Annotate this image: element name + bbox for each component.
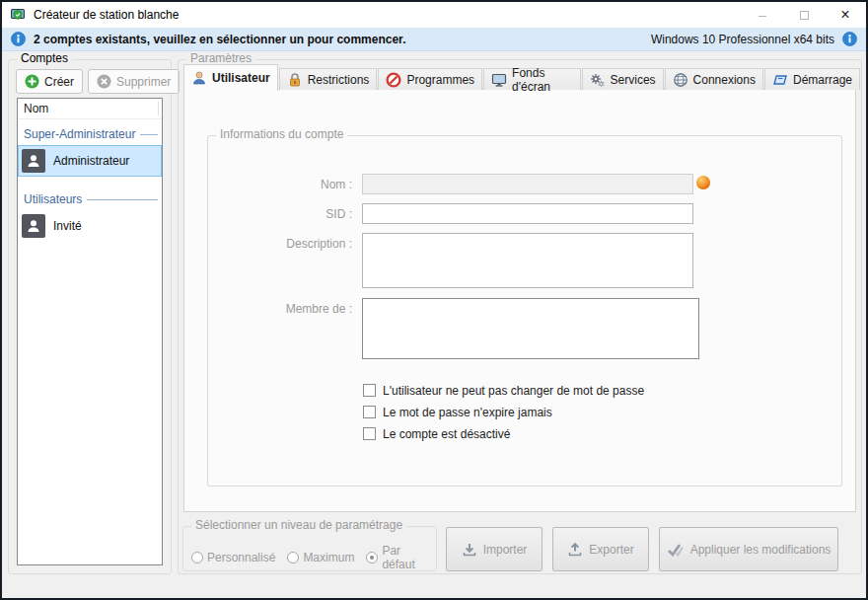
list-item-administrateur[interactable]: Administrateur — [19, 146, 161, 176]
window-title: Créateur de station blanche — [34, 8, 179, 22]
radio-maximum[interactable]: Maximum — [287, 551, 354, 564]
export-button[interactable]: Exporter — [552, 527, 649, 571]
list-column-header[interactable]: Nom — [18, 99, 162, 119]
tab-page-utilisateur: Informations du compte Nom : SID : Descr… — [183, 89, 856, 512]
description-textarea[interactable] — [362, 233, 693, 288]
app-window: Créateur de station blanche – × 2 compte… — [0, 0, 868, 600]
tab-label: Connexions — [693, 73, 756, 87]
import-button[interactable]: Importer — [446, 527, 542, 571]
radio-icon — [191, 552, 203, 563]
password-never-expires-label: Le mot de passe n'expire jamais — [383, 406, 552, 419]
tab-restrictions[interactable]: Restrictions — [279, 68, 378, 90]
maximize-icon — [800, 11, 809, 20]
required-ball-icon — [696, 176, 710, 189]
minimize-button[interactable]: – — [742, 2, 783, 28]
account-disabled-checkbox[interactable] — [363, 427, 376, 440]
radio-personnalise[interactable]: Personnalisé — [191, 551, 275, 564]
close-button[interactable]: × — [825, 2, 866, 28]
group-divider-line — [87, 199, 158, 200]
sid-input[interactable] — [362, 203, 693, 224]
tab-label: Utilisateur — [212, 71, 270, 85]
name-input[interactable] — [362, 174, 693, 194]
radio-label: Maximum — [303, 551, 354, 564]
description-label: Description : — [208, 237, 352, 251]
list-group-utilisateurs: Utilisateurs — [18, 185, 162, 209]
gears-icon — [590, 72, 606, 88]
monitor-icon — [491, 72, 507, 88]
accounts-list[interactable]: Nom Super-Administrateur Administrateur … — [17, 98, 163, 565]
name-label: Nom : — [208, 178, 352, 191]
globe-icon — [673, 72, 688, 88]
export-icon — [567, 542, 583, 558]
group-label: Utilisateurs — [24, 192, 82, 206]
list-group-super-administrateur: Super-Administrateur — [18, 119, 162, 144]
user-icon — [191, 70, 207, 86]
accounts-toolbar: Créer Supprimer — [16, 69, 180, 94]
level-options: Personnalisé Maximum Par défaut — [191, 544, 436, 571]
cannot-change-password-label: L'utilisateur ne peut pas changer de mot… — [383, 384, 644, 398]
info-icon — [11, 32, 26, 46]
account-info-legend: Informations du compte — [216, 127, 347, 141]
os-info-icon[interactable] — [842, 32, 857, 46]
accounts-groupbox: Comptes Créer Supprimer Nom Super-Admini… — [8, 59, 172, 574]
settings-tabstrip: Utilisateur Restrictions Programmes Fond… — [183, 64, 861, 90]
status-message: 2 comptes existants, veuillez en sélecti… — [34, 33, 405, 46]
user-icon — [22, 214, 45, 238]
maximize-button[interactable] — [783, 2, 825, 28]
group-divider-line — [140, 134, 158, 135]
tab-connexions[interactable]: Connexions — [665, 68, 763, 90]
tab-demarrage[interactable]: Démarrage — [764, 68, 860, 90]
list-item-invite[interactable]: Invité — [19, 211, 161, 241]
group-label: Super-Administrateur — [24, 127, 135, 141]
apply-button-label: Appliquer les modifications — [690, 543, 832, 557]
radio-label: Par défaut — [382, 544, 436, 571]
user-icon — [22, 149, 45, 173]
accounts-legend: Comptes — [17, 51, 72, 65]
radio-label: Personnalisé — [207, 551, 275, 564]
window-controls: – × — [742, 2, 866, 28]
tab-label: Services — [611, 73, 656, 87]
import-button-label: Importer — [483, 543, 528, 557]
tab-label: Fonds d'écran — [512, 66, 573, 94]
tab-label: Restrictions — [308, 73, 370, 87]
radio-par-defaut[interactable]: Par défaut — [366, 544, 436, 571]
title-bar[interactable]: Créateur de station blanche – × — [2, 2, 866, 28]
tab-fonds-ecran[interactable]: Fonds d'écran — [483, 68, 581, 90]
level-legend: Sélectionner un niveau de paramétrage — [191, 518, 406, 532]
cannot-change-password-checkbox[interactable] — [363, 384, 376, 397]
sid-label: SID : — [208, 207, 352, 221]
apply-button[interactable]: Appliquer les modifications — [659, 527, 838, 571]
delete-button[interactable]: Supprimer — [88, 69, 180, 94]
list-item-label: Administrateur — [53, 154, 129, 168]
status-bar: 2 comptes existants, veuillez en sélecti… — [2, 28, 866, 51]
tab-label: Programmes — [406, 73, 474, 87]
checkmark-icon — [667, 543, 685, 557]
x-circle-icon — [97, 74, 111, 89]
member-of-textarea[interactable] — [362, 298, 699, 359]
radio-icon — [287, 552, 299, 563]
radio-selected-icon — [366, 552, 378, 563]
delete-button-label: Supprimer — [116, 75, 171, 89]
import-icon — [462, 542, 477, 558]
create-button-label: Créer — [44, 75, 74, 89]
export-button-label: Exporter — [589, 543, 633, 557]
account-info-groupbox: Informations du compte Nom : SID : Descr… — [207, 135, 842, 487]
member-of-label: Membre de : — [208, 302, 352, 316]
level-groupbox: Sélectionner un niveau de paramétrage Pe… — [182, 526, 437, 571]
tab-utilisateur[interactable]: Utilisateur — [183, 64, 278, 91]
password-never-expires-checkbox[interactable] — [363, 406, 376, 418]
tab-services[interactable]: Services — [582, 68, 664, 90]
tab-label: Démarrage — [793, 73, 852, 87]
list-item-label: Invité — [53, 219, 82, 233]
tab-programmes[interactable]: Programmes — [378, 68, 482, 90]
account-disabled-label: Le compte est désactivé — [383, 427, 510, 441]
startup-icon — [772, 72, 788, 88]
app-icon — [10, 7, 26, 23]
plus-icon — [25, 74, 39, 89]
settings-groupbox: Paramètres Utilisateur Restrictions Prog… — [178, 59, 862, 574]
os-version-label: Windows 10 Professionnel x64 bits — [651, 33, 834, 46]
settings-legend: Paramètres — [186, 51, 255, 65]
lock-icon — [287, 72, 303, 88]
column-header-label: Nom — [24, 102, 48, 115]
create-button[interactable]: Créer — [16, 69, 83, 94]
